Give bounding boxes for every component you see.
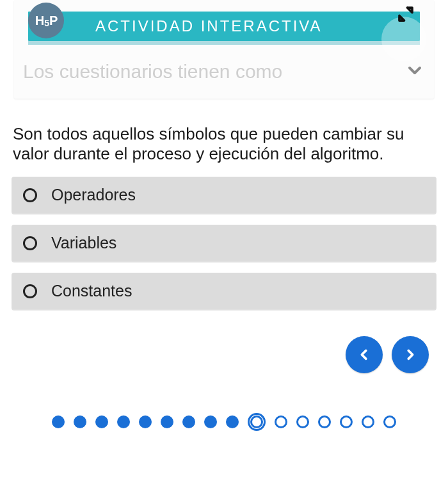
- pager-dot[interactable]: [275, 415, 287, 428]
- pager: [0, 413, 448, 431]
- fullscreen-icon[interactable]: [394, 3, 417, 26]
- option-label: Operadores: [51, 186, 136, 204]
- intro-text: Los cuestionarios tienen como: [23, 61, 282, 83]
- chevron-down-icon[interactable]: [404, 60, 425, 83]
- pager-dot[interactable]: [139, 415, 152, 428]
- pager-dot[interactable]: [340, 415, 353, 428]
- pager-dot[interactable]: [204, 415, 217, 428]
- radio-icon: [23, 284, 37, 298]
- pager-dot[interactable]: [318, 415, 331, 428]
- pager-dot[interactable]: [74, 415, 86, 428]
- pager-dot[interactable]: [248, 413, 266, 431]
- option-variables[interactable]: Variables: [12, 225, 436, 261]
- pager-dot[interactable]: [383, 415, 396, 428]
- banner-wrap: H5P ACTIVIDAD INTERACTIVA: [14, 0, 434, 41]
- pager-dot[interactable]: [161, 415, 173, 428]
- pager-dot[interactable]: [117, 415, 130, 428]
- pager-dot[interactable]: [52, 415, 65, 428]
- pager-dot[interactable]: [296, 415, 309, 428]
- option-label: Constantes: [51, 282, 132, 300]
- pager-dot[interactable]: [95, 415, 108, 428]
- activity-banner: H5P ACTIVIDAD INTERACTIVA: [28, 12, 420, 41]
- options-list: Operadores Variables Constantes: [0, 177, 448, 309]
- pager-dot[interactable]: [226, 415, 239, 428]
- h5p-badge: H5P: [28, 3, 64, 38]
- option-constantes[interactable]: Constantes: [12, 273, 436, 309]
- nav-buttons: [0, 321, 448, 373]
- activity-card: H5P ACTIVIDAD INTERACTIVA Los cuestionar…: [14, 0, 434, 99]
- option-operadores[interactable]: Operadores: [12, 177, 436, 213]
- next-button[interactable]: [392, 336, 429, 373]
- intro-row[interactable]: Los cuestionarios tienen como: [14, 41, 434, 83]
- radio-icon: [23, 188, 37, 202]
- question-text: Son todos aquellos símbolos que pueden c…: [0, 99, 448, 177]
- prev-button[interactable]: [346, 336, 383, 373]
- banner-title: ACTIVIDAD INTERACTIVA: [95, 17, 323, 35]
- pager-dot[interactable]: [182, 415, 195, 428]
- radio-icon: [23, 236, 37, 250]
- pager-dot[interactable]: [362, 415, 374, 428]
- option-label: Variables: [51, 234, 116, 252]
